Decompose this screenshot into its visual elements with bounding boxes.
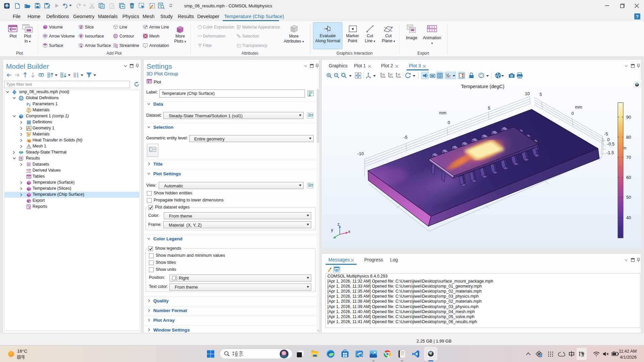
- svg-text:8.85: 8.85: [26, 168, 31, 171]
- svg-text:70: 70: [626, 155, 631, 160]
- svg-text:T: T: [145, 44, 146, 47]
- svg-text:?: ?: [636, 14, 639, 19]
- svg-text:x: x: [348, 229, 351, 234]
- svg-text:xz: xz: [397, 73, 400, 76]
- svg-text:-10: -10: [358, 151, 364, 156]
- svg-text:5: 5: [539, 92, 542, 97]
- svg-text:xy: xy: [382, 73, 385, 76]
- svg-text:60: 60: [626, 175, 631, 180]
- svg-text:e-12: e-12: [26, 171, 31, 173]
- svg-text:-5: -5: [404, 135, 408, 140]
- svg-text:yz: yz: [390, 73, 393, 76]
- svg-text:Temperature (degC): Temperature (degC): [461, 84, 504, 89]
- svg-text:10: 10: [525, 91, 530, 96]
- svg-text:y: y: [331, 228, 333, 232]
- svg-text:5: 5: [488, 106, 490, 111]
- svg-text:0: 0: [571, 111, 574, 116]
- svg-text:-5: -5: [604, 131, 608, 136]
- svg-text:mm: mm: [575, 105, 582, 110]
- svg-text:-0.5: -0.5: [607, 141, 614, 146]
- svg-text:mm: mm: [439, 110, 446, 115]
- svg-text:80: 80: [626, 135, 631, 140]
- svg-text:90: 90: [626, 115, 631, 120]
- svg-text:z: z: [337, 222, 339, 227]
- svg-text:P: P: [26, 102, 29, 106]
- svg-text:0: 0: [447, 120, 450, 125]
- svg-text:40: 40: [626, 215, 631, 220]
- svg-text:-1.5: -1.5: [606, 150, 614, 155]
- svg-text:50: 50: [626, 195, 631, 200]
